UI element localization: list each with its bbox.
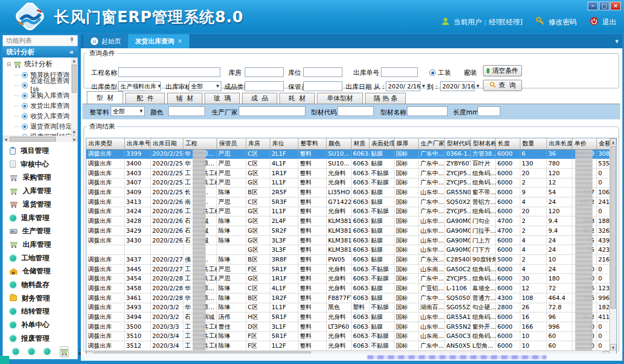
change-password-link[interactable]: 修改密码 [549,17,577,27]
table-row[interactable]: 调拨出库35102020/3/4工 共工程陈琳F区5R1F整料光身料6063-T… [86,331,610,341]
table-row[interactable]: 调拨出库34072020/2/25工 共工程严思G区1L1F整料光身料6063-… [86,178,610,188]
scroll-down-icon[interactable]: ▼ [71,129,77,135]
sidebar-item[interactable]: 采购管理 [10,173,78,182]
table-row[interactable]: 调拨出库34242020/2/26工 共工程严思G区1L1F整料光身料6063-… [86,207,610,216]
sidebar-item[interactable]: 退库管理 [10,213,78,223]
table-row[interactable]: 调拨出库34092020/2/25长 ...陈琳B区2R5F整料LI35HO60… [86,188,610,197]
scrollbar-thumb[interactable] [10,137,56,142]
sidebar-item[interactable]: 仓储管理 [10,266,78,276]
sidebar-item[interactable]: 出库管理 [10,240,78,250]
date-from-select[interactable]: 2020/ 2/16 [386,81,421,91]
sidebar-item[interactable]: 补单中心 [10,320,78,330]
search-button[interactable]: 查 询 [483,80,522,91]
collapse-icon[interactable]: « [69,46,74,58]
module-dot-icon[interactable] [44,348,50,355]
table-row[interactable]: 调拨出库34932020/3/2华 原...陈琳C区1L1F整料黑色塑料不贴膜国… [86,303,610,312]
sidebar-item[interactable]: 项目管理 [10,146,78,156]
tree-expander-icon[interactable] [7,62,11,66]
table-row[interactable]: 调拨出库34302020/2/26石 城陈琳G区3L3F整料KLM3817606… [86,235,610,245]
home-decor-radio-label[interactable]: 家装 [464,68,477,78]
product-type-input[interactable] [245,81,284,91]
column-header[interactable]: 长度 [495,138,520,149]
tree-vertical-scrollbar[interactable]: ▲ ▼ [71,58,77,135]
table-row[interactable]: 调拨出库34452020/2/27工 共工程严思F区5R1F整料光身料6063-… [86,264,610,274]
table-row[interactable]: 调拨出库34542020/2/28工 共工程严思G区1R1F整料光身料6063-… [86,274,610,284]
table-row[interactable]: 调拨出库34582020/2/28华 原...陈琳C区4L1F整料光身料6063… [86,284,610,293]
column-header[interactable]: 数量 [520,138,546,149]
material-tab[interactable]: 玻 璃 [205,93,240,104]
sidebar-item[interactable]: 结转管理 [10,306,78,316]
profile-code-input[interactable] [338,106,374,116]
outbound-type-select[interactable]: 生产领料出库 [118,81,161,91]
column-header[interactable]: 生产厂家 [418,138,444,149]
pin-icon[interactable] [69,37,74,44]
table-row[interactable]: 调拨出库34372020/2/27佛 ...陈琳B区3R8F整料PW056063… [86,255,610,265]
material-tab[interactable]: 配 件 [125,93,165,104]
scrollbar-thumb[interactable] [610,146,616,309]
column-header[interactable]: 材质 [351,138,369,149]
tab-overflow-icon[interactable]: ▼ [615,39,619,44]
table-vertical-scrollbar[interactable]: ▲ ▼ [609,138,616,350]
stats-section-header[interactable]: 统计分析 « [3,46,78,58]
location-input[interactable] [303,67,342,77]
column-header[interactable]: 单价 [572,138,596,149]
tab-shipping-outbound-query[interactable]: 发货出库查询 × [128,34,189,48]
table-row[interactable]: 调拨出库34282020/2/26石 城陈琳G区2L4F整料KLM3817606… [86,216,610,226]
close-tab-icon[interactable]: × [177,34,182,48]
column-header[interactable]: 出库类型 [86,138,124,149]
industrial-radio-label[interactable]: 工装 [438,68,451,78]
project-name-input[interactable] [118,67,220,77]
tree-item[interactable]: 收货入库查询 [15,111,78,122]
tab-home[interactable]: 起始页 [84,34,128,48]
material-tab[interactable]: 耗 材 [279,93,315,104]
profile-name-input[interactable] [407,106,448,116]
table-row[interactable]: 调拨出库34032020/2/25工 共工程严思G区1R1F整料光身料6063-… [86,168,610,178]
module-cart-button[interactable] [60,346,69,357]
table-row[interactable]: G区3L3F整料KLM38176063-T5贴膜国标山东华...GA90M09.… [86,245,610,255]
color-input[interactable] [168,106,205,116]
column-header[interactable]: 库位 [270,138,298,149]
table-row[interactable]: 调拨出库34612020/2/28华 原...陈琳B区1R2F整料F8877FT… [86,293,610,303]
column-header[interactable]: 型材名称 [470,138,495,149]
table-row[interactable]: 调拨出库35122020/3/4工 共工程陈琳F区1L2F整料光身料6063-T… [86,341,610,351]
manufacturer-input[interactable] [239,106,305,116]
minimize-button[interactable]: – [588,2,598,10]
outbound-audit-select[interactable]: 全部 [189,81,221,91]
column-header[interactable]: 表面处理 [369,138,394,149]
module-dot-icon[interactable] [28,348,35,355]
tree-root-node[interactable]: 统计分析 [3,58,78,70]
sidebar-item[interactable]: 财务管理 [10,293,78,303]
table-row[interactable]: 调拨出库34132020/2/26南 ...严思C区5R3F整料G7142260… [86,197,610,207]
scrollbar-thumb[interactable] [72,65,77,93]
scroll-up-icon[interactable]: ▲ [610,138,616,145]
sidebar-item[interactable]: 工地管理 [10,253,78,263]
maximize-button[interactable]: □ [599,2,609,10]
tree-item[interactable]: 发货出库查询 [15,101,78,111]
date-to-select[interactable]: 2020/ 3/16 [440,81,475,91]
sidebar-item[interactable]: 物料盘存 [10,280,78,290]
column-header[interactable]: 出库日期 [150,138,183,149]
tree-item[interactable]: 采购入库查询 [15,91,78,101]
scroll-down-icon[interactable]: ▼ [610,344,616,350]
industrial-radio[interactable] [429,69,436,76]
table-row[interactable]: 调拨出库34002020/2/25华 原...严思C区4L1F整料SU10...… [86,159,610,169]
material-tab[interactable]: 单体型材 [317,93,363,104]
column-header[interactable]: 整零料 [298,138,326,149]
scroll-right-icon[interactable]: ▶ [72,136,78,142]
column-header[interactable]: 出库长度 [546,138,572,149]
scroll-left-icon[interactable]: ◀ [3,136,9,142]
tree-item[interactable]: 在途信息查询[待 [15,80,78,91]
column-header[interactable]: 库房 [246,138,270,149]
sidebar-item[interactable]: 退货管理 [10,200,78,209]
outbound-order-no-input[interactable] [381,67,418,77]
column-header[interactable]: 膜厚 [394,138,418,149]
material-tab[interactable]: 成 品 [242,93,277,104]
keeper-input[interactable] [303,81,342,91]
column-header[interactable]: 金额 [596,138,610,149]
tree-horizontal-scrollbar[interactable]: ◀ ▶ [3,136,78,142]
column-header[interactable]: 出库单号 [124,138,150,149]
tree-item[interactable]: 退货查询[待定] [15,122,78,132]
warehouse-input[interactable] [245,67,284,77]
table-row[interactable]: 调拨出库34292020/2/26石 城陈琳G区5R2F整料KLM3817606… [86,226,610,236]
column-header[interactable]: 颜色 [326,138,351,149]
